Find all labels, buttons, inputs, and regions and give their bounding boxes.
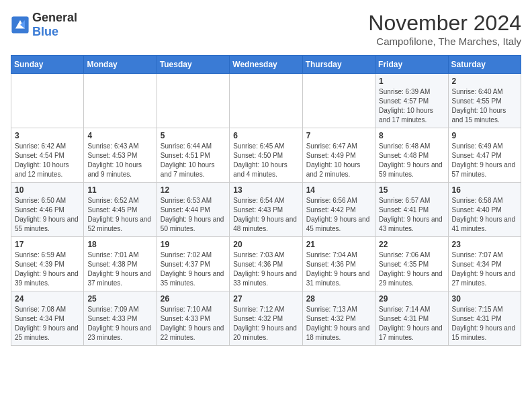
header-day-wednesday: Wednesday: [230, 56, 302, 74]
day-number: 11: [87, 185, 152, 195]
day-info: Sunrise: 7:15 AM Sunset: 4:31 PM Dayligh…: [452, 305, 517, 342]
calendar-cell: 12Sunrise: 6:53 AM Sunset: 4:44 PM Dayli…: [157, 183, 229, 237]
day-info: Sunrise: 6:50 AM Sunset: 4:46 PM Dayligh…: [15, 196, 80, 234]
day-number: 9: [452, 131, 517, 140]
day-info: Sunrise: 7:04 AM Sunset: 4:36 PM Dayligh…: [306, 250, 371, 288]
calendar-cell: [157, 74, 229, 128]
logo-general: General: [32, 11, 77, 24]
day-number: 3: [15, 131, 80, 140]
calendar-cell: 26Sunrise: 7:10 AM Sunset: 4:33 PM Dayli…: [157, 291, 229, 346]
day-info: Sunrise: 6:54 AM Sunset: 4:43 PM Dayligh…: [233, 196, 298, 234]
day-number: 4: [87, 131, 152, 140]
day-info: Sunrise: 7:06 AM Sunset: 4:35 PM Dayligh…: [379, 250, 444, 288]
day-number: 30: [452, 294, 517, 304]
calendar-cell: 8Sunrise: 6:48 AM Sunset: 4:48 PM Daylig…: [375, 128, 448, 183]
calendar-cell: 4Sunrise: 6:43 AM Sunset: 4:53 PM Daylig…: [84, 128, 157, 183]
day-info: Sunrise: 6:45 AM Sunset: 4:50 PM Dayligh…: [233, 142, 298, 179]
day-info: Sunrise: 7:12 AM Sunset: 4:32 PM Dayligh…: [233, 305, 298, 342]
header-row: SundayMondayTuesdayWednesdayThursdayFrid…: [11, 56, 521, 74]
header-day-friday: Friday: [375, 56, 448, 74]
day-info: Sunrise: 6:53 AM Sunset: 4:44 PM Dayligh…: [161, 196, 226, 234]
page-header: General Blue November 2024 Campofilone, …: [11, 11, 521, 47]
day-number: 10: [15, 185, 80, 195]
day-number: 25: [87, 294, 152, 304]
calendar-cell: [302, 74, 375, 128]
calendar-cell: 25Sunrise: 7:09 AM Sunset: 4:33 PM Dayli…: [84, 291, 157, 346]
day-info: Sunrise: 6:40 AM Sunset: 4:55 PM Dayligh…: [452, 87, 517, 125]
day-info: Sunrise: 7:08 AM Sunset: 4:34 PM Dayligh…: [15, 305, 80, 342]
header-day-monday: Monday: [84, 56, 157, 74]
month-title: November 2024: [368, 11, 521, 36]
calendar-cell: 29Sunrise: 7:14 AM Sunset: 4:31 PM Dayli…: [375, 291, 448, 346]
location-subtitle: Campofilone, The Marches, Italy: [368, 36, 521, 47]
day-info: Sunrise: 6:43 AM Sunset: 4:53 PM Dayligh…: [87, 142, 152, 179]
calendar-cell: 10Sunrise: 6:50 AM Sunset: 4:46 PM Dayli…: [11, 183, 84, 237]
calendar-cell: 18Sunrise: 7:01 AM Sunset: 4:38 PM Dayli…: [84, 237, 157, 291]
day-number: 23: [452, 240, 517, 249]
day-number: 22: [379, 240, 444, 249]
day-number: 18: [87, 240, 152, 249]
calendar-cell: [11, 74, 84, 128]
calendar-cell: 28Sunrise: 7:13 AM Sunset: 4:32 PM Dayli…: [302, 291, 375, 346]
day-number: 16: [452, 185, 517, 195]
day-number: 8: [379, 131, 444, 140]
day-info: Sunrise: 6:47 AM Sunset: 4:49 PM Dayligh…: [306, 142, 371, 179]
calendar-cell: 6Sunrise: 6:45 AM Sunset: 4:50 PM Daylig…: [230, 128, 302, 183]
day-info: Sunrise: 6:52 AM Sunset: 4:45 PM Dayligh…: [87, 196, 152, 234]
week-row-1: 1Sunrise: 6:39 AM Sunset: 4:57 PM Daylig…: [11, 74, 521, 128]
day-number: 19: [161, 240, 226, 249]
calendar-cell: 20Sunrise: 7:03 AM Sunset: 4:36 PM Dayli…: [230, 237, 302, 291]
day-info: Sunrise: 7:02 AM Sunset: 4:37 PM Dayligh…: [161, 250, 226, 288]
day-info: Sunrise: 7:13 AM Sunset: 4:32 PM Dayligh…: [306, 305, 371, 342]
calendar-cell: 1Sunrise: 6:39 AM Sunset: 4:57 PM Daylig…: [375, 74, 448, 128]
day-number: 2: [452, 77, 517, 86]
calendar-table: SundayMondayTuesdayWednesdayThursdayFrid…: [11, 55, 521, 346]
day-number: 28: [306, 294, 371, 304]
calendar-cell: 7Sunrise: 6:47 AM Sunset: 4:49 PM Daylig…: [302, 128, 375, 183]
day-number: 7: [306, 131, 371, 140]
day-info: Sunrise: 6:49 AM Sunset: 4:47 PM Dayligh…: [452, 142, 517, 179]
day-number: 27: [233, 294, 298, 304]
calendar-cell: 22Sunrise: 7:06 AM Sunset: 4:35 PM Dayli…: [375, 237, 448, 291]
header-day-sunday: Sunday: [11, 56, 84, 74]
day-number: 6: [233, 131, 298, 140]
header-day-tuesday: Tuesday: [157, 56, 229, 74]
day-number: 13: [233, 185, 298, 195]
header-day-saturday: Saturday: [448, 56, 521, 74]
calendar-cell: 21Sunrise: 7:04 AM Sunset: 4:36 PM Dayli…: [302, 237, 375, 291]
day-info: Sunrise: 6:44 AM Sunset: 4:51 PM Dayligh…: [161, 142, 226, 179]
day-info: Sunrise: 6:48 AM Sunset: 4:48 PM Dayligh…: [379, 142, 444, 179]
logo-icon: [11, 15, 30, 34]
calendar-cell: 3Sunrise: 6:42 AM Sunset: 4:54 PM Daylig…: [11, 128, 84, 183]
logo-blue: Blue: [32, 25, 58, 38]
day-number: 1: [379, 77, 444, 86]
week-row-4: 17Sunrise: 6:59 AM Sunset: 4:39 PM Dayli…: [11, 237, 521, 291]
calendar-cell: 5Sunrise: 6:44 AM Sunset: 4:51 PM Daylig…: [157, 128, 229, 183]
calendar-cell: 30Sunrise: 7:15 AM Sunset: 4:31 PM Dayli…: [448, 291, 521, 346]
calendar-cell: 9Sunrise: 6:49 AM Sunset: 4:47 PM Daylig…: [448, 128, 521, 183]
week-row-5: 24Sunrise: 7:08 AM Sunset: 4:34 PM Dayli…: [11, 291, 521, 346]
day-number: 15: [379, 185, 444, 195]
logo: General Blue: [11, 11, 77, 39]
day-info: Sunrise: 7:14 AM Sunset: 4:31 PM Dayligh…: [379, 305, 444, 342]
day-number: 12: [161, 185, 226, 195]
calendar-cell: 15Sunrise: 6:57 AM Sunset: 4:41 PM Dayli…: [375, 183, 448, 237]
calendar-cell: 19Sunrise: 7:02 AM Sunset: 4:37 PM Dayli…: [157, 237, 229, 291]
calendar-cell: 14Sunrise: 6:56 AM Sunset: 4:42 PM Dayli…: [302, 183, 375, 237]
day-number: 14: [306, 185, 371, 195]
calendar-cell: 24Sunrise: 7:08 AM Sunset: 4:34 PM Dayli…: [11, 291, 84, 346]
day-info: Sunrise: 6:58 AM Sunset: 4:40 PM Dayligh…: [452, 196, 517, 234]
day-info: Sunrise: 7:09 AM Sunset: 4:33 PM Dayligh…: [87, 305, 152, 342]
calendar-cell: 11Sunrise: 6:52 AM Sunset: 4:45 PM Dayli…: [84, 183, 157, 237]
calendar-cell: 16Sunrise: 6:58 AM Sunset: 4:40 PM Dayli…: [448, 183, 521, 237]
day-number: 26: [161, 294, 226, 304]
day-number: 24: [15, 294, 80, 304]
day-info: Sunrise: 7:07 AM Sunset: 4:34 PM Dayligh…: [452, 250, 517, 288]
day-info: Sunrise: 7:03 AM Sunset: 4:36 PM Dayligh…: [233, 250, 298, 288]
day-info: Sunrise: 6:39 AM Sunset: 4:57 PM Dayligh…: [379, 87, 444, 125]
calendar-cell: 2Sunrise: 6:40 AM Sunset: 4:55 PM Daylig…: [448, 74, 521, 128]
day-info: Sunrise: 6:42 AM Sunset: 4:54 PM Dayligh…: [15, 142, 80, 179]
calendar-cell: 23Sunrise: 7:07 AM Sunset: 4:34 PM Dayli…: [448, 237, 521, 291]
day-info: Sunrise: 6:57 AM Sunset: 4:41 PM Dayligh…: [379, 196, 444, 234]
day-info: Sunrise: 6:59 AM Sunset: 4:39 PM Dayligh…: [15, 250, 80, 288]
